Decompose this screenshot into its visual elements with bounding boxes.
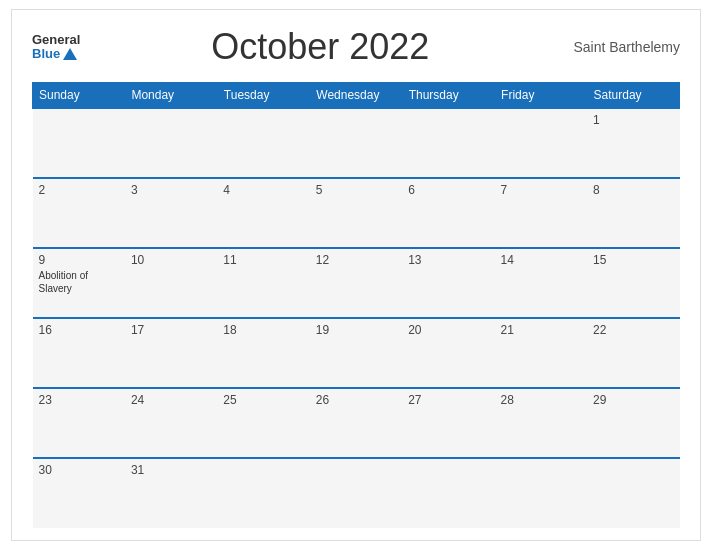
day-number: 6 — [408, 183, 488, 197]
region-label: Saint Barthelemy — [560, 39, 680, 55]
logo-triangle-icon — [63, 48, 77, 60]
calendar-cell: 27 — [402, 388, 494, 458]
calendar-cell: 2 — [33, 178, 125, 248]
calendar-cell: 14 — [495, 248, 587, 318]
day-number: 15 — [593, 253, 673, 267]
calendar-tbody: 123456789Abolition of Slavery10111213141… — [33, 108, 680, 528]
day-header-row: SundayMondayTuesdayWednesdayThursdayFrid… — [33, 83, 680, 109]
day-number: 25 — [223, 393, 303, 407]
calendar-cell: 10 — [125, 248, 217, 318]
day-number: 30 — [39, 463, 119, 477]
calendar-week-row: 16171819202122 — [33, 318, 680, 388]
day-number: 11 — [223, 253, 303, 267]
calendar-cell: 16 — [33, 318, 125, 388]
calendar-cell — [402, 458, 494, 528]
day-number: 2 — [39, 183, 119, 197]
day-number: 31 — [131, 463, 211, 477]
calendar-cell: 3 — [125, 178, 217, 248]
day-number: 9 — [39, 253, 119, 267]
calendar-cell: 26 — [310, 388, 402, 458]
day-number: 28 — [501, 393, 581, 407]
logo-blue-text: Blue — [32, 47, 60, 61]
calendar-cell: 4 — [217, 178, 309, 248]
calendar-cell — [125, 108, 217, 178]
day-number: 1 — [593, 113, 673, 127]
calendar-cell: 8 — [587, 178, 679, 248]
day-number: 16 — [39, 323, 119, 337]
calendar-header: General Blue October 2022 Saint Barthele… — [32, 26, 680, 68]
calendar-cell: 13 — [402, 248, 494, 318]
calendar-cell: 19 — [310, 318, 402, 388]
calendar-cell: 31 — [125, 458, 217, 528]
calendar-cell — [310, 108, 402, 178]
calendar-cell: 25 — [217, 388, 309, 458]
calendar-cell: 23 — [33, 388, 125, 458]
day-number: 3 — [131, 183, 211, 197]
calendar-table: SundayMondayTuesdayWednesdayThursdayFrid… — [32, 82, 680, 528]
logo-general-text: General — [32, 33, 80, 47]
calendar-cell — [310, 458, 402, 528]
calendar-cell: 29 — [587, 388, 679, 458]
calendar-cell — [495, 108, 587, 178]
event-label: Abolition of Slavery — [39, 269, 119, 295]
day-column-header: Saturday — [587, 83, 679, 109]
calendar-cell — [217, 458, 309, 528]
calendar-cell — [495, 458, 587, 528]
calendar-week-row: 23242526272829 — [33, 388, 680, 458]
calendar-cell: 24 — [125, 388, 217, 458]
calendar-week-row: 3031 — [33, 458, 680, 528]
day-column-header: Friday — [495, 83, 587, 109]
day-number: 21 — [501, 323, 581, 337]
calendar-week-row: 2345678 — [33, 178, 680, 248]
calendar-cell: 18 — [217, 318, 309, 388]
calendar-week-row: 1 — [33, 108, 680, 178]
day-number: 18 — [223, 323, 303, 337]
calendar-cell: 17 — [125, 318, 217, 388]
day-number: 17 — [131, 323, 211, 337]
calendar-title: October 2022 — [80, 26, 560, 68]
calendar-cell: 1 — [587, 108, 679, 178]
logo: General Blue — [32, 33, 80, 62]
day-number: 27 — [408, 393, 488, 407]
day-number: 29 — [593, 393, 673, 407]
calendar-wrapper: General Blue October 2022 Saint Barthele… — [11, 9, 701, 541]
day-number: 13 — [408, 253, 488, 267]
day-number: 4 — [223, 183, 303, 197]
calendar-week-row: 9Abolition of Slavery101112131415 — [33, 248, 680, 318]
day-number: 12 — [316, 253, 396, 267]
logo-blue-row: Blue — [32, 47, 80, 61]
day-column-header: Tuesday — [217, 83, 309, 109]
calendar-cell: 5 — [310, 178, 402, 248]
day-number: 5 — [316, 183, 396, 197]
calendar-cell: 20 — [402, 318, 494, 388]
day-number: 10 — [131, 253, 211, 267]
day-number: 19 — [316, 323, 396, 337]
calendar-cell — [402, 108, 494, 178]
day-number: 14 — [501, 253, 581, 267]
day-column-header: Wednesday — [310, 83, 402, 109]
calendar-cell: 6 — [402, 178, 494, 248]
calendar-cell: 15 — [587, 248, 679, 318]
calendar-cell: 12 — [310, 248, 402, 318]
day-number: 22 — [593, 323, 673, 337]
calendar-cell: 7 — [495, 178, 587, 248]
calendar-cell: 28 — [495, 388, 587, 458]
calendar-cell: 22 — [587, 318, 679, 388]
day-number: 20 — [408, 323, 488, 337]
calendar-thead: SundayMondayTuesdayWednesdayThursdayFrid… — [33, 83, 680, 109]
calendar-cell: 9Abolition of Slavery — [33, 248, 125, 318]
calendar-cell: 21 — [495, 318, 587, 388]
calendar-cell: 11 — [217, 248, 309, 318]
day-number: 26 — [316, 393, 396, 407]
day-number: 23 — [39, 393, 119, 407]
day-number: 24 — [131, 393, 211, 407]
calendar-cell — [587, 458, 679, 528]
day-column-header: Sunday — [33, 83, 125, 109]
calendar-cell — [33, 108, 125, 178]
calendar-cell: 30 — [33, 458, 125, 528]
day-number: 7 — [501, 183, 581, 197]
day-column-header: Thursday — [402, 83, 494, 109]
day-column-header: Monday — [125, 83, 217, 109]
calendar-cell — [217, 108, 309, 178]
day-number: 8 — [593, 183, 673, 197]
